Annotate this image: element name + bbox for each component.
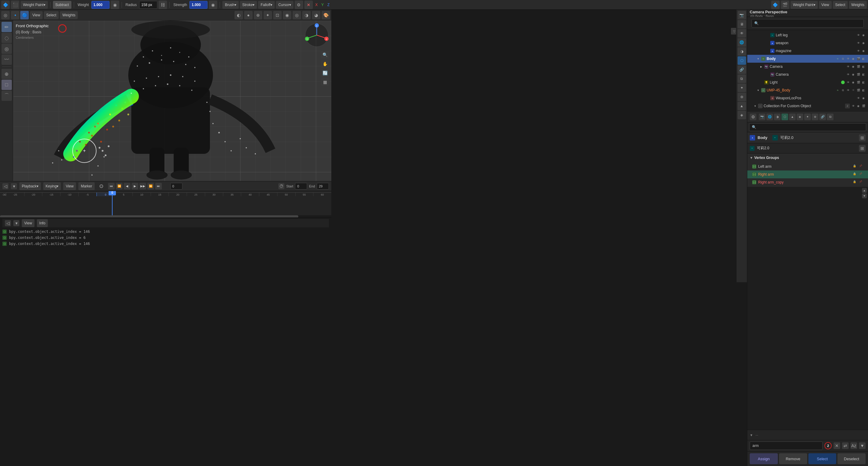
- props-tab-material[interactable]: ◈: [738, 111, 746, 119]
- body-settings-icon[interactable]: ⊞: [859, 135, 866, 141]
- edit-mode-icon[interactable]: 🔹: [11, 11, 19, 19]
- mode-dropdown[interactable]: Weight Paint ▾: [21, 1, 48, 9]
- props-tab-constraints[interactable]: 🔗: [738, 65, 746, 74]
- props-search-field[interactable]: 🔍: [749, 123, 866, 131]
- console-view-btn[interactable]: View: [22, 219, 34, 227]
- playback-btn[interactable]: Playback ▾: [19, 182, 41, 190]
- select-right[interactable]: Select: [833, 1, 848, 9]
- tree-item-camera-group[interactable]: ▶ 📷 Camera 👁 ◉ 🎬 ◧: [747, 63, 868, 70]
- next-keyframe-btn[interactable]: ⏩: [147, 183, 154, 190]
- right-logo[interactable]: 🔷: [771, 1, 780, 9]
- console-expand[interactable]: ▾: [13, 220, 19, 226]
- close-x-icon[interactable]: ✕: [304, 1, 313, 9]
- tree-item-weaponlocpos[interactable]: ⊕ WeaponLocPos 👁 ◉: [747, 94, 868, 102]
- restrict-icon-camera[interactable]: ◉: [851, 64, 855, 69]
- timeline-body[interactable]: -30 -25 -20 -15 -10 -5 0 5 10 15 20 25 3…: [0, 191, 331, 218]
- blender-logo[interactable]: 🔷: [1, 1, 10, 9]
- props-tab-output[interactable]: 🖥: [738, 20, 746, 28]
- viewport-gizmo-icon[interactable]: ✦: [264, 11, 272, 19]
- brush-btn[interactable]: Brush ▾: [222, 1, 239, 9]
- timeline-toggle[interactable]: ◁: [2, 183, 8, 189]
- restrict-icon-collection[interactable]: ◉: [856, 104, 861, 108]
- tree-item-light[interactable]: 💡 Light 👁 ◉ 🎬 ◧: [747, 79, 868, 86]
- right-scene-icon[interactable]: 🎬: [781, 1, 789, 9]
- weight-value[interactable]: 1.000: [91, 1, 110, 9]
- step-back-btn[interactable]: ◀: [124, 183, 130, 190]
- props-tab-data[interactable]: ▲: [738, 102, 746, 110]
- restrict-icon-left-leg[interactable]: ◉: [861, 33, 866, 37]
- cursor-btn[interactable]: Cursor ▾: [276, 1, 293, 9]
- props-modifiers-icon[interactable]: ⧉: [827, 114, 834, 120]
- render-icon-light[interactable]: 🎬: [856, 80, 861, 85]
- visibility-icon-light[interactable]: 👁: [846, 80, 850, 85]
- props-mesh-icon[interactable]: ▲: [789, 114, 796, 120]
- armature-expand-icon[interactable]: ⊞: [859, 145, 866, 152]
- remove-btn[interactable]: Remove: [779, 453, 807, 464]
- props-tab-view[interactable]: 👁: [738, 29, 746, 37]
- mode-icon[interactable]: ⬛: [11, 1, 19, 9]
- vg-pin-left-arm[interactable]: 📌: [859, 165, 863, 169]
- restrict-icon-weapon[interactable]: ◉: [861, 41, 866, 45]
- viewport-overlay-icon[interactable]: ⊕: [254, 11, 262, 19]
- step-fwd-btn[interactable]: ▶▶: [140, 183, 146, 190]
- assign-btn[interactable]: Assign: [750, 453, 778, 464]
- jump-end-btn[interactable]: ⏭: [155, 183, 162, 190]
- mode-toggle-icon[interactable]: ◎: [1, 11, 10, 19]
- tree-item-ump45[interactable]: ▼ ≈ UMP-45_Body ≈ ⧉ 👁 👁 🎬 ◧: [747, 86, 868, 94]
- viewport-shading-2[interactable]: ●: [244, 11, 253, 19]
- weights-right[interactable]: Weights: [849, 1, 867, 9]
- vg-scroll-down[interactable]: ▼: [862, 194, 867, 198]
- props-panel-icon[interactable]: ⚙: [750, 114, 756, 120]
- props-render-icon[interactable]: 📷: [759, 114, 766, 120]
- view-menu[interactable]: View: [30, 11, 43, 19]
- current-frame-field[interactable]: 0: [170, 183, 182, 190]
- data-icon-ump45[interactable]: ◧: [861, 88, 866, 92]
- restrict-icon-ump45[interactable]: 👁: [851, 88, 855, 92]
- radius-value[interactable]: 158 px: [139, 1, 157, 9]
- tree-item-magazine[interactable]: ▲ magazine 👁 ◉: [747, 47, 868, 55]
- vg-item-right-arm-copy[interactable]: Right arm_copy 🔒 📌: [747, 178, 868, 186]
- view-right[interactable]: View: [819, 1, 832, 9]
- vg-pin-right-arm[interactable]: 📌: [859, 172, 863, 177]
- vg-lock-right-arm-copy[interactable]: 🔒: [853, 180, 857, 184]
- weight-picker-icon[interactable]: ◉: [111, 1, 119, 9]
- start-frame-field[interactable]: 0: [295, 183, 307, 190]
- visibility-icon-ump45[interactable]: 👁: [846, 88, 850, 92]
- eyedropper-tool[interactable]: ⊕: [1, 69, 12, 79]
- zoom-in-icon[interactable]: 🔍: [321, 51, 329, 59]
- pan-icon[interactable]: ✋: [321, 60, 329, 68]
- record-btn[interactable]: [99, 184, 103, 188]
- scene-tree[interactable]: ≈ Left leg 👁 ◉ ▲ weapon 👁 ◉ ▲ magazine 👁: [747, 30, 868, 111]
- props-material-icon[interactable]: ◈: [797, 114, 803, 120]
- search-swap-btn[interactable]: ⇄: [842, 442, 849, 449]
- data-icon-camera-child[interactable]: ◧: [861, 72, 866, 77]
- timeline-playhead[interactable]: 0: [112, 191, 113, 218]
- search-az-btn[interactable]: Az: [850, 442, 857, 449]
- render-icon-camera[interactable]: 🎬: [856, 64, 861, 69]
- tree-item-camera[interactable]: 📷 Camera 👁 ◉ 🎬 ◧: [747, 70, 868, 79]
- render-icon-collection[interactable]: 🎬: [861, 104, 866, 108]
- render-icon-ump45[interactable]: 🎬: [856, 88, 861, 92]
- viewport-shading-1[interactable]: ◐: [235, 11, 243, 19]
- timeline-expand[interactable]: ▾: [11, 183, 17, 189]
- vg-item-left-arm[interactable]: Left arm 🔒 📌: [747, 163, 868, 171]
- blur-tool[interactable]: ◌: [1, 33, 12, 43]
- vg-item-right-arm[interactable]: Right arm 🔒 📌: [747, 171, 868, 178]
- console-toggle[interactable]: ◁: [5, 220, 11, 226]
- vg-pin-right-arm-copy[interactable]: 📌: [859, 180, 863, 184]
- props-physics-icon[interactable]: ⊛: [812, 114, 818, 120]
- constraint-icon-body[interactable]: ⧉: [841, 57, 845, 61]
- average-tool[interactable]: ◎: [1, 43, 12, 54]
- deselect-btn[interactable]: Deselect: [837, 453, 866, 464]
- console-info-btn[interactable]: Info: [37, 219, 48, 227]
- vg-scroll-up[interactable]: ▲: [862, 188, 867, 193]
- data-icon-light[interactable]: ◧: [861, 80, 866, 85]
- vertex-groups-header[interactable]: ▼ Vertex Groups: [747, 153, 868, 162]
- weights-menu[interactable]: Weights: [60, 11, 78, 19]
- scene-search-field[interactable]: 🔍: [751, 19, 864, 28]
- props-tab-object[interactable]: ⬡: [738, 56, 746, 65]
- visibility-icon-camera-child[interactable]: 👁: [846, 72, 850, 77]
- smear-tool[interactable]: 〰: [1, 55, 12, 65]
- render-icon-body[interactable]: 🎬: [856, 57, 861, 61]
- visibility-icon-magazine[interactable]: 👁: [856, 49, 861, 53]
